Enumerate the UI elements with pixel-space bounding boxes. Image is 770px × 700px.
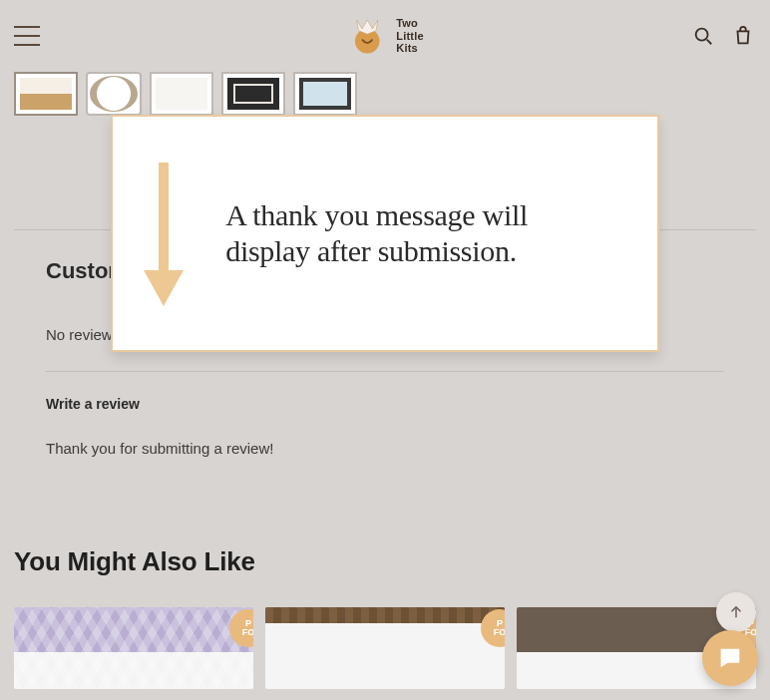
recommendations-heading: You Might Also Like bbox=[14, 546, 756, 577]
logo-icon bbox=[346, 15, 388, 57]
thumbnail[interactable] bbox=[86, 72, 142, 116]
site-header: Two Little Kits bbox=[0, 0, 770, 72]
instruction-text: A thank you message will display after s… bbox=[225, 197, 613, 269]
brand-line-1: Two bbox=[396, 17, 423, 30]
brand-name: Two Little Kits bbox=[396, 17, 423, 55]
thumbnail-row bbox=[0, 72, 770, 116]
cart-icon[interactable] bbox=[730, 23, 756, 49]
svg-line-2 bbox=[707, 40, 712, 45]
thumbnail[interactable] bbox=[150, 72, 213, 116]
header-actions bbox=[690, 23, 756, 49]
review-thank-you: Thank you for submitting a review! bbox=[46, 440, 724, 457]
thumbnail[interactable] bbox=[14, 72, 78, 116]
brand-logo[interactable]: Two Little Kits bbox=[346, 15, 423, 57]
chat-icon bbox=[716, 644, 744, 672]
product-badge: P FO bbox=[229, 609, 253, 647]
thumbnail[interactable] bbox=[293, 72, 357, 116]
product-card[interactable]: P FO bbox=[14, 607, 253, 689]
chat-button[interactable] bbox=[702, 630, 758, 686]
brand-line-2: Little bbox=[396, 30, 423, 43]
search-icon[interactable] bbox=[690, 23, 716, 49]
arrow-up-icon bbox=[727, 603, 745, 621]
scroll-to-top-button[interactable] bbox=[716, 592, 756, 632]
product-card[interactable]: P FO bbox=[265, 607, 505, 689]
instruction-overlay: A thank you message will display after s… bbox=[111, 115, 659, 352]
arrow-down-icon bbox=[141, 159, 186, 308]
write-review-heading: Write a review bbox=[46, 396, 724, 412]
thumbnail[interactable] bbox=[221, 72, 285, 116]
product-row: P FO P FO P FO bbox=[14, 607, 756, 689]
svg-marker-11 bbox=[144, 270, 184, 306]
brand-line-3: Kits bbox=[396, 42, 423, 55]
product-badge: P FO bbox=[481, 609, 505, 647]
svg-point-1 bbox=[696, 29, 708, 41]
menu-button[interactable] bbox=[14, 26, 40, 46]
recommendations-section: You Might Also Like P FO P FO P FO bbox=[0, 457, 770, 689]
